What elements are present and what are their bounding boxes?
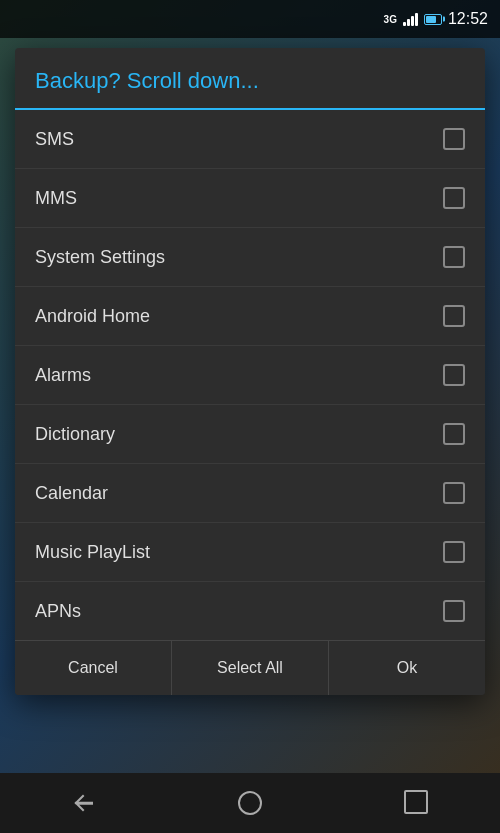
recents-button[interactable] [392, 783, 442, 823]
item-label-android-home: Android Home [35, 306, 150, 327]
ok-button[interactable]: Ok [329, 641, 485, 695]
item-label-sms: SMS [35, 129, 74, 150]
recents-icon [407, 793, 427, 813]
dialog-actions: CancelSelect AllOk [15, 640, 485, 695]
item-label-dictionary: Dictionary [35, 424, 115, 445]
item-label-alarms: Alarms [35, 365, 91, 386]
list-item-dictionary[interactable]: Dictionary [15, 405, 485, 464]
checkbox-android-home[interactable] [443, 305, 465, 327]
checkbox-dictionary[interactable] [443, 423, 465, 445]
checkbox-apns[interactable] [443, 600, 465, 622]
item-label-calendar: Calendar [35, 483, 108, 504]
list-item-android-home[interactable]: Android Home [15, 287, 485, 346]
list-item-calendar[interactable]: Calendar [15, 464, 485, 523]
signal-type-label: 3G [384, 14, 397, 25]
checkbox-mms[interactable] [443, 187, 465, 209]
list-item-apns[interactable]: APNs [15, 582, 485, 640]
select-all-button[interactable]: Select All [172, 641, 329, 695]
nav-bar [0, 773, 500, 833]
list-item-music-playlist[interactable]: Music PlayList [15, 523, 485, 582]
checkbox-music-playlist[interactable] [443, 541, 465, 563]
back-icon [71, 794, 95, 812]
backup-options-list: SMSMMSSystem SettingsAndroid HomeAlarmsD… [15, 110, 485, 640]
dialog-title: Backup? Scroll down... [15, 48, 485, 110]
status-bar: 3G 12:52 [0, 0, 500, 38]
home-icon [238, 791, 262, 815]
list-item-alarms[interactable]: Alarms [15, 346, 485, 405]
item-label-music-playlist: Music PlayList [35, 542, 150, 563]
checkbox-system-settings[interactable] [443, 246, 465, 268]
back-button[interactable] [58, 783, 108, 823]
battery-icon [424, 14, 442, 25]
checkbox-alarms[interactable] [443, 364, 465, 386]
item-label-apns: APNs [35, 601, 81, 622]
backup-dialog: Backup? Scroll down... SMSMMSSystem Sett… [15, 48, 485, 695]
item-label-mms: MMS [35, 188, 77, 209]
list-item-system-settings[interactable]: System Settings [15, 228, 485, 287]
list-item-mms[interactable]: MMS [15, 169, 485, 228]
checkbox-calendar[interactable] [443, 482, 465, 504]
cancel-button[interactable]: Cancel [15, 641, 172, 695]
item-label-system-settings: System Settings [35, 247, 165, 268]
checkbox-sms[interactable] [443, 128, 465, 150]
list-item-sms[interactable]: SMS [15, 110, 485, 169]
home-button[interactable] [225, 783, 275, 823]
status-time: 12:52 [448, 10, 488, 28]
dialog-wrapper: Backup? Scroll down... SMSMMSSystem Sett… [0, 38, 500, 773]
signal-bars-icon [403, 13, 418, 26]
